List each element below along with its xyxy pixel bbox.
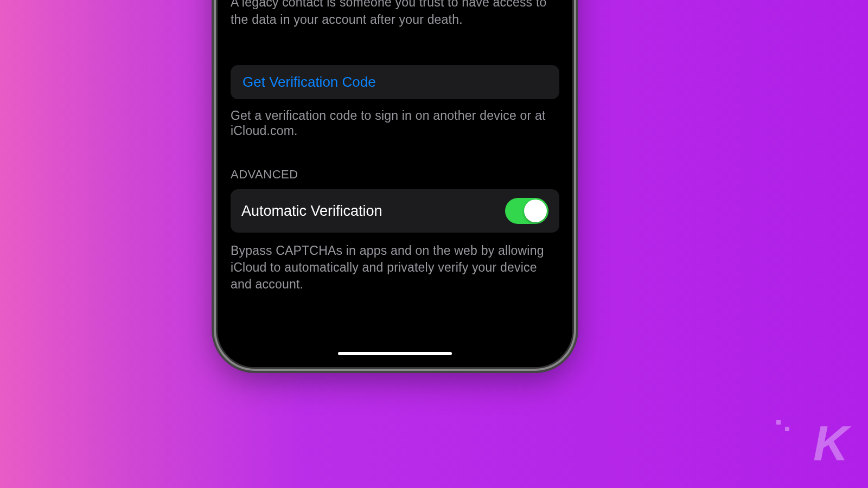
automatic-verification-cell[interactable]: Automatic Verification — [231, 189, 559, 233]
phone-frame: A legacy contact is someone you trust to… — [216, 0, 574, 369]
settings-screen: A legacy contact is someone you trust to… — [218, 0, 572, 367]
watermark-dots-icon — [776, 420, 789, 431]
automatic-verification-label: Automatic Verification — [241, 203, 382, 220]
verification-code-footer: Get a verification code to sign in on an… — [231, 99, 559, 138]
advanced-section-header: ADVANCED — [231, 168, 559, 182]
get-verification-code-cell[interactable]: Get Verification Code — [231, 65, 559, 99]
get-verification-code-label: Get Verification Code — [242, 74, 376, 90]
automatic-verification-toggle[interactable] — [505, 198, 548, 224]
home-indicator[interactable] — [338, 352, 452, 355]
toggle-knob — [524, 200, 547, 222]
automatic-verification-footer: Bypass CAPTCHAs in apps and on the web b… — [231, 233, 559, 293]
watermark-logo: K — [813, 416, 846, 472]
legacy-contact-description: A legacy contact is someone you trust to… — [231, 0, 559, 28]
